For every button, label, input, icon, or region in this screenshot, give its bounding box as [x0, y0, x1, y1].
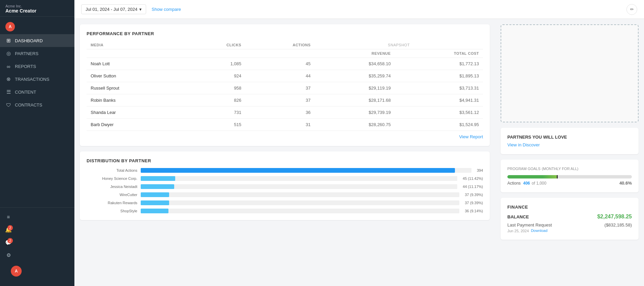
cell-clicks: 1,085 — [184, 58, 246, 70]
app-name: Acme Creator — [5, 8, 69, 14]
company-name: Acme Inc. — [5, 4, 69, 8]
balance-amount: $2,247,598.25 — [597, 214, 632, 220]
progress-actions-label: Actions 406 of 1,000 — [507, 181, 546, 186]
dist-bar-wrap — [141, 168, 472, 173]
cell-media: Russell Sprout — [87, 82, 184, 94]
table-row: Noah Lott 1,085 45 $34,658.10 $1,772.13 — [87, 58, 483, 70]
cell-actions: 44 — [245, 70, 315, 82]
chat-wrap: 💬 2 — [5, 239, 12, 245]
content-label: CONTENT — [15, 90, 36, 95]
date-range-button[interactable]: Jul 01, 2024 - Jul 07, 2024 ▾ — [81, 4, 146, 14]
progress-total: of 1,000 — [532, 181, 546, 186]
dist-bar-wrap — [141, 184, 457, 189]
cell-clicks: 731 — [184, 106, 246, 119]
partners-love-title: PARTNERS YOU WILL LOVE — [507, 135, 632, 140]
placeholder-card — [501, 24, 639, 122]
download-link[interactable]: Download — [531, 229, 548, 233]
dist-label: Jessica Neistadt — [87, 185, 137, 189]
sidebar-filter-icon-row[interactable]: ≡ — [0, 210, 74, 223]
payment-date: Jun 25, 2024 — [507, 229, 529, 233]
progress-bar-wrap — [507, 175, 632, 178]
sidebar-settings-row[interactable]: ⚙ — [0, 249, 74, 262]
date-range-chevron-icon: ▾ — [139, 7, 142, 12]
performance-table: MEDIA CLICKS ACTIONS Snapshot REVENUE — [87, 41, 483, 131]
sidebar-item-reports[interactable]: ∞ REPORTS — [0, 60, 74, 73]
distribution-card: DISTRIBUTION BY PARTNER Total Actions394… — [80, 151, 490, 220]
edit-button[interactable]: ✏ — [626, 4, 637, 15]
dist-bar-wrap — [141, 209, 459, 213]
view-report-button[interactable]: View Report — [459, 134, 483, 139]
transactions-icon: ⊗ — [5, 76, 12, 82]
notifications-wrap: 🔔 2 — [5, 227, 12, 233]
cell-total-cost: $3,713.31 — [395, 82, 483, 94]
progress-bar-fill — [507, 175, 558, 178]
edit-icon: ✏ — [630, 7, 634, 12]
cell-total-cost: $4,941.31 — [395, 94, 483, 106]
table-header-row: MEDIA CLICKS ACTIONS Snapshot — [87, 41, 483, 49]
performance-title: PERFORMANCE BY PARTNER — [87, 31, 483, 36]
sidebar-item-transactions[interactable]: ⊗ TRANSACTIONS — [0, 73, 74, 86]
program-goals-title: PROGRAM GOALS (MONTHLY FOR ALL) — [507, 166, 632, 171]
cell-actions: 31 — [245, 119, 315, 131]
snapshot-header: Snapshot — [315, 41, 483, 49]
dist-value: 44 (11.17%) — [463, 185, 483, 189]
filter-icon: ≡ — [5, 214, 12, 220]
dist-bar-fill — [141, 184, 174, 189]
cell-total-cost: $3,561.12 — [395, 106, 483, 119]
dist-value: 37 (9.39%) — [465, 193, 483, 197]
sidebar-chat-row[interactable]: 💬 2 — [0, 236, 74, 249]
content-icon: ☰ — [5, 89, 12, 95]
cell-media: Oliver Sutton — [87, 70, 184, 82]
balance-label: BALANCE — [507, 214, 529, 219]
progress-pct: 40.6% — [619, 181, 632, 186]
cell-clicks: 924 — [184, 70, 246, 82]
cell-media: Noah Lott — [87, 58, 184, 70]
sidebar-notifications-row[interactable]: 🔔 2 — [0, 223, 74, 236]
sidebar-item-partners[interactable]: ◎ PARTNERS — [0, 47, 74, 60]
sidebar: Acme Inc. Acme Creator A ⊞ DASHBOARD ◎ P… — [0, 0, 74, 286]
payment-amount: ($832,185.58) — [604, 222, 632, 228]
table-row: Russell Sprout 958 37 $29,119.19 $3,713.… — [87, 82, 483, 94]
sidebar-item-content[interactable]: ☰ CONTENT — [0, 86, 74, 98]
reports-label: REPORTS — [15, 64, 36, 69]
dist-label: ShopStyle — [87, 209, 137, 213]
dist-bar-wrap — [141, 200, 459, 205]
cell-revenue: $28,260.75 — [315, 119, 395, 131]
dist-row: WireCutter37 (9.39%) — [87, 192, 483, 197]
sidebar-item-contracts[interactable]: 🛡 CONTRACTS — [0, 98, 74, 111]
sidebar-item-dashboard[interactable]: ⊞ DASHBOARD — [0, 34, 74, 47]
dashboard-icon: ⊞ — [5, 38, 12, 44]
dist-value: 37 (9.39%) — [465, 201, 483, 205]
cell-revenue: $29,739.19 — [315, 106, 395, 119]
balance-row: BALANCE $2,247,598.25 — [507, 214, 632, 220]
dashboard-label: DASHBOARD — [15, 38, 43, 43]
cell-actions: 45 — [245, 58, 315, 70]
contracts-label: CONTRACTS — [15, 102, 42, 108]
payment-row: Last Payment Request Jun 25, 2024 Downlo… — [507, 222, 632, 233]
user-avatar[interactable]: A — [11, 266, 22, 277]
col-revenue: REVENUE — [315, 49, 395, 58]
distribution-chart: Total Actions394Honey Science Corp.45 (1… — [87, 168, 483, 213]
col-total-cost: TOTAL COST — [395, 49, 483, 58]
view-discover-button[interactable]: View in Discover — [507, 142, 540, 147]
performance-card: PERFORMANCE BY PARTNER MEDIA CLICKS ACTI… — [80, 24, 490, 146]
cell-clicks: 515 — [184, 119, 246, 131]
content-area: PERFORMANCE BY PARTNER MEDIA CLICKS ACTI… — [74, 19, 644, 286]
col-media: MEDIA — [87, 41, 184, 49]
dist-bar-wrap — [141, 192, 459, 197]
dist-row: ShopStyle36 (9.14%) — [87, 209, 483, 213]
dist-bar-fill — [141, 192, 169, 197]
settings-icon: ⚙ — [5, 252, 12, 258]
show-compare-button[interactable]: Show compare — [152, 7, 181, 12]
sidebar-item-dashboard[interactable]: A — [0, 19, 74, 34]
col-actions: ACTIONS — [245, 41, 315, 49]
dist-row: Rakuten Rewards37 (9.39%) — [87, 200, 483, 205]
partners-love-card: PARTNERS YOU WILL LOVE View in Discover — [501, 128, 639, 154]
dist-label: WireCutter — [87, 193, 137, 197]
distribution-title: DISTRIBUTION BY PARTNER — [87, 158, 483, 163]
dashboard-avatar-icon: A — [5, 22, 15, 31]
dist-label: Rakuten Rewards — [87, 201, 137, 205]
finance-card: FINANCE BALANCE $2,247,598.25 Last Payme… — [501, 198, 639, 240]
cell-media: Robin Banks — [87, 94, 184, 106]
cell-total-cost: $1,772.13 — [395, 58, 483, 70]
